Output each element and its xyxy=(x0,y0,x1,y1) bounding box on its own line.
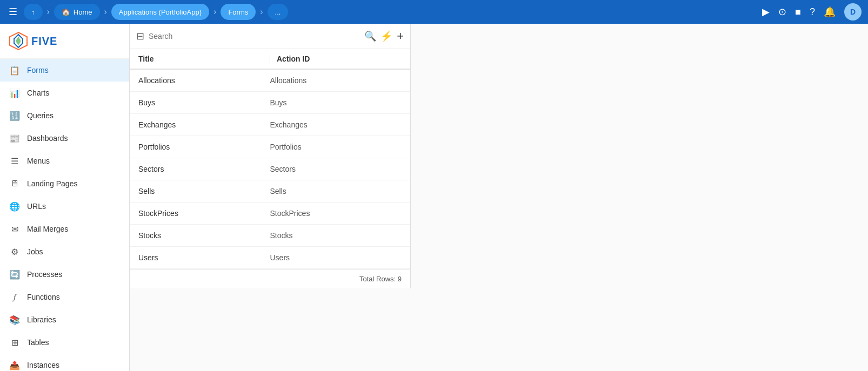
search-bar: ⊟ 🔍 ⚡ + xyxy=(130,24,410,49)
content: ⊟ 🔍 ⚡ + Title Action ID Allocations Allo… xyxy=(130,24,868,371)
table-row[interactable]: Sells Sells xyxy=(130,180,410,203)
home-icon: 🏠 xyxy=(62,8,70,16)
sidebar-item-jobs[interactable]: ⚙ Jobs xyxy=(0,240,129,263)
sidebar-item-label: Dashboards xyxy=(27,134,68,143)
tables-icon: ⊞ xyxy=(9,336,21,348)
table-row[interactable]: Sectors Sectors xyxy=(130,158,410,180)
sidebar-item-label: Jobs xyxy=(27,247,43,256)
table-row[interactable]: Users Users xyxy=(130,247,410,269)
sidebar-item-functions[interactable]: 𝑓 Functions xyxy=(0,286,129,308)
col-action-header: Action ID xyxy=(277,55,402,63)
sidebar-item-libraries[interactable]: 📚 Libraries xyxy=(0,308,129,331)
topbar-actions: ▶ ⊙ ■ ? 🔔 D xyxy=(762,3,862,21)
cell-action: Portfolios xyxy=(270,143,402,151)
cell-title: Buys xyxy=(138,98,270,107)
sidebar-item-queries[interactable]: 🔢 Queries xyxy=(0,104,129,127)
menus-icon: ☰ xyxy=(9,155,21,167)
table-header: Title Action ID xyxy=(130,49,410,70)
upload-icon: ↑ xyxy=(31,8,35,16)
column-separator xyxy=(270,55,270,63)
app-label: Applications (PortfolioApp) xyxy=(119,8,202,16)
lightning-button[interactable]: ⚡ xyxy=(380,30,392,42)
avatar[interactable]: D xyxy=(844,3,862,21)
cell-title: Sectors xyxy=(138,165,270,173)
cell-title: Stocks xyxy=(138,231,270,240)
breadcrumb-sep-3: › xyxy=(213,7,216,17)
bell-button[interactable]: 🔔 xyxy=(824,6,836,18)
table-row[interactable]: Buys Buys xyxy=(130,92,410,114)
cell-action: Stocks xyxy=(270,231,402,240)
home-label: Home xyxy=(74,8,92,16)
cell-action: Allocations xyxy=(270,76,402,85)
forms-button[interactable]: Forms xyxy=(221,4,256,20)
cell-title: Sells xyxy=(138,187,270,195)
cell-action: Buys xyxy=(270,98,402,107)
app-button[interactable]: Applications (PortfolioApp) xyxy=(111,4,209,20)
five-logo-icon xyxy=(9,31,28,51)
main-layout: FIVE 📋 Forms 📊 Charts 🔢 Queries 📰 Dashbo… xyxy=(0,24,868,371)
sidebar-item-label: Landing Pages xyxy=(27,179,77,188)
cell-action: StockPrices xyxy=(270,209,402,218)
cell-title: Users xyxy=(138,253,270,262)
cell-title: StockPrices xyxy=(138,209,270,218)
forms-panel: ⊟ 🔍 ⚡ + Title Action ID Allocations Allo… xyxy=(130,24,411,288)
search-input[interactable] xyxy=(149,32,360,41)
sidebar-item-label: Mail Merges xyxy=(27,225,68,233)
landing-pages-icon: 🖥 xyxy=(9,178,21,190)
table-row[interactable]: Allocations Allocations xyxy=(130,70,410,92)
cell-action: Exchanges xyxy=(270,120,402,129)
col-title-header: Title xyxy=(138,55,263,63)
sidebar-item-instances[interactable]: 📤 Instances xyxy=(0,354,129,371)
sidebar-nav: 📋 Forms 📊 Charts 🔢 Queries 📰 Dashboards … xyxy=(0,59,129,371)
topbar: ☰ ↑ › 🏠 Home › Applications (PortfolioAp… xyxy=(0,0,868,24)
sidebar-item-label: Menus xyxy=(27,157,50,165)
hamburger-icon[interactable]: ☰ xyxy=(6,4,19,20)
instances-icon: 📤 xyxy=(9,359,21,371)
sidebar-item-charts[interactable]: 📊 Charts xyxy=(0,82,129,104)
cell-action: Users xyxy=(270,253,402,262)
cell-title: Exchanges xyxy=(138,120,270,129)
sidebar-item-landing-pages[interactable]: 🖥 Landing Pages xyxy=(0,172,129,195)
logo-text: FIVE xyxy=(31,35,57,48)
svg-marker-2 xyxy=(16,37,21,45)
sidebar-item-label: Functions xyxy=(27,293,60,301)
sidebar-item-mail-merges[interactable]: ✉ Mail Merges xyxy=(0,218,129,240)
processes-icon: 🔄 xyxy=(9,268,21,280)
add-button[interactable]: + xyxy=(397,29,404,43)
search-nav-button[interactable]: ⊙ xyxy=(778,6,786,18)
help-button[interactable]: ? xyxy=(810,6,815,18)
home-button[interactable]: 🏠 Home xyxy=(54,4,100,20)
table-row[interactable]: Exchanges Exchanges xyxy=(130,114,410,136)
sidebar-item-tables[interactable]: ⊞ Tables xyxy=(0,331,129,354)
sidebar-item-urls[interactable]: 🌐 URLs xyxy=(0,195,129,218)
functions-icon: 𝑓 xyxy=(9,291,21,303)
filter-icon[interactable]: ⊟ xyxy=(136,30,144,42)
more-button[interactable]: ... xyxy=(268,4,289,20)
sidebar-item-dashboards[interactable]: 📰 Dashboards xyxy=(0,127,129,150)
libraries-icon: 📚 xyxy=(9,314,21,326)
sidebar-item-label: URLs xyxy=(27,202,46,211)
sidebar-item-label: Charts xyxy=(27,89,49,97)
dashboards-icon: 📰 xyxy=(9,132,21,144)
sidebar-item-processes[interactable]: 🔄 Processes xyxy=(0,263,129,286)
sidebar-item-label: Tables xyxy=(27,338,49,347)
cell-action: Sectors xyxy=(270,165,402,173)
breadcrumb-sep-1: › xyxy=(47,7,50,17)
sidebar-item-menus[interactable]: ☰ Menus xyxy=(0,150,129,172)
right-area xyxy=(130,288,868,371)
sidebar-item-label: Instances xyxy=(27,361,59,369)
table-row[interactable]: StockPrices StockPrices xyxy=(130,203,410,225)
table-row[interactable]: Portfolios Portfolios xyxy=(130,136,410,158)
search-button[interactable]: 🔍 xyxy=(364,30,376,42)
forms-icon: 📋 xyxy=(9,64,21,76)
forms-label: Forms xyxy=(228,8,248,16)
cell-action: Sells xyxy=(270,187,402,195)
total-rows: Total Rows: 9 xyxy=(359,275,402,283)
stop-button[interactable]: ■ xyxy=(795,6,801,18)
upload-button[interactable]: ↑ xyxy=(24,4,43,20)
sidebar-item-forms[interactable]: 📋 Forms xyxy=(0,59,129,82)
forms-table: Title Action ID Allocations Allocations … xyxy=(130,49,410,269)
table-row[interactable]: Stocks Stocks xyxy=(130,225,410,247)
sidebar-item-label: Forms xyxy=(27,66,49,75)
play-button[interactable]: ▶ xyxy=(762,6,770,18)
